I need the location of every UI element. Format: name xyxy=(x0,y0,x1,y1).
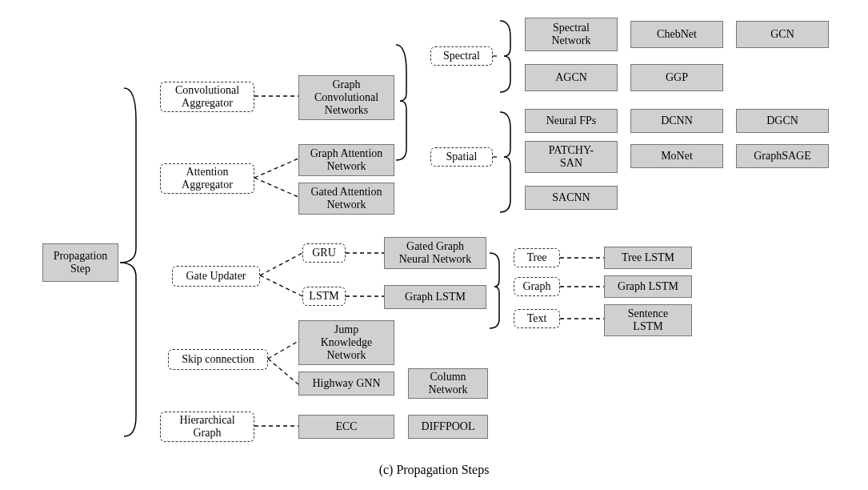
label: Graph xyxy=(523,280,551,293)
svg-line-3 xyxy=(260,253,302,275)
svg-line-7 xyxy=(268,341,298,359)
node-graph-lstm-mid: Graph LSTM xyxy=(384,285,486,309)
label: Graph LSTM xyxy=(618,280,678,293)
label: Graph LSTM xyxy=(405,291,466,303)
cat-gru: GRU xyxy=(302,243,346,263)
figure-caption: (c) Propagation Steps xyxy=(0,463,868,477)
label: SpectralNetwork xyxy=(552,22,591,47)
cat-gate-updater: Gate Updater xyxy=(172,266,260,287)
node-tree-lstm: Tree LSTM xyxy=(604,247,692,269)
node-highway-gnn: Highway GNN xyxy=(298,372,394,396)
label: Tree LSTM xyxy=(622,251,674,264)
label: ECC xyxy=(335,420,357,433)
cat-lstm: LSTM xyxy=(302,287,346,306)
node-patchy-san: PATCHY-SAN xyxy=(525,141,618,173)
label: DCNN xyxy=(661,114,693,127)
node-monet: MoNet xyxy=(630,144,723,168)
svg-line-1 xyxy=(254,159,298,178)
label: Graph AttentionNetwork xyxy=(310,147,383,173)
label: MoNet xyxy=(661,150,693,163)
label: LSTM xyxy=(309,290,338,303)
cat-spectral: Spectral xyxy=(430,46,493,66)
node-sentence-lstm: SentenceLSTM xyxy=(604,304,692,336)
label: GraphSAGE xyxy=(754,150,811,163)
node-graph-attention-network: Graph AttentionNetwork xyxy=(298,144,394,176)
node-gated-attention-network: Gated AttentionNetwork xyxy=(298,183,394,215)
label: JumpKnowledgeNetwork xyxy=(321,323,373,362)
label: AGCN xyxy=(555,71,587,84)
node-dcnn: DCNN xyxy=(630,109,723,133)
svg-line-8 xyxy=(268,359,298,384)
label: ColumnNetwork xyxy=(429,371,468,396)
node-ggp: GGP xyxy=(630,64,723,91)
node-chebnet: ChebNet xyxy=(630,21,723,48)
caption-text: (c) Propagation Steps xyxy=(379,463,490,476)
node-graphsage: GraphSAGE xyxy=(736,144,829,168)
label: GCN xyxy=(770,28,794,41)
node-diffpool: DIFFPOOL xyxy=(408,415,488,439)
node-jump-knowledge-network: JumpKnowledgeNetwork xyxy=(298,320,394,365)
label: HierarchicalGraph xyxy=(179,414,234,440)
node-column-network: ColumnNetwork xyxy=(408,368,488,399)
label: Gated AttentionNetwork xyxy=(310,186,382,211)
label: SentenceLSTM xyxy=(628,307,669,333)
label: GraphConvolutionalNetworks xyxy=(314,78,378,117)
label: Spectral xyxy=(443,50,480,62)
label: Text xyxy=(527,312,547,325)
cat-text: Text xyxy=(514,309,560,328)
label: Neural FPs xyxy=(546,114,597,127)
cat-graph: Graph xyxy=(514,277,560,296)
node-spectral-network: SpectralNetwork xyxy=(525,18,618,51)
cat-tree: Tree xyxy=(514,248,560,267)
label: Tree xyxy=(526,251,546,264)
label: Spatial xyxy=(446,151,478,163)
node-sacnn: SACNN xyxy=(525,186,618,210)
label: ChebNet xyxy=(657,28,697,41)
label: Highway GNN xyxy=(312,377,380,390)
diagram-stage: PropagationStep ConvolutionalAggregator … xyxy=(0,0,868,490)
svg-line-2 xyxy=(254,178,298,197)
node-gated-graph-neural-network: Gated GraphNeural Network xyxy=(384,237,486,269)
node-ecc: ECC xyxy=(298,415,394,439)
cat-skip-connection: Skip connection xyxy=(168,349,268,370)
cat-convolutional-aggregator: ConvolutionalAggregator xyxy=(160,82,254,112)
node-dgcn: DGCN xyxy=(736,109,829,133)
label: Gated GraphNeural Network xyxy=(399,240,472,266)
cat-attention-aggregator: AttentionAggregator xyxy=(160,163,254,194)
label: DGCN xyxy=(766,114,798,127)
label: Gate Updater xyxy=(186,270,246,283)
label: SACNN xyxy=(552,191,590,204)
root-label: PropagationStep xyxy=(54,250,108,275)
label: ConvolutionalAggregator xyxy=(175,84,239,110)
root-propagation-step: PropagationStep xyxy=(42,243,118,282)
node-gcn: GCN xyxy=(736,21,829,48)
node-graph-lstm-leaf: Graph LSTM xyxy=(604,275,692,298)
label: AttentionAggregator xyxy=(182,166,233,191)
label: GGP xyxy=(666,71,688,84)
node-neural-fps: Neural FPs xyxy=(525,109,618,133)
svg-line-4 xyxy=(260,275,302,296)
cat-spatial: Spatial xyxy=(430,147,493,167)
label: GRU xyxy=(312,247,336,259)
node-graph-convolutional-networks: GraphConvolutionalNetworks xyxy=(298,75,394,120)
label: DIFFPOOL xyxy=(422,420,475,433)
label: PATCHY-SAN xyxy=(549,144,594,170)
cat-hierarchical-graph: HierarchicalGraph xyxy=(160,412,254,442)
node-agcn: AGCN xyxy=(525,64,618,91)
label: Skip connection xyxy=(182,353,254,366)
